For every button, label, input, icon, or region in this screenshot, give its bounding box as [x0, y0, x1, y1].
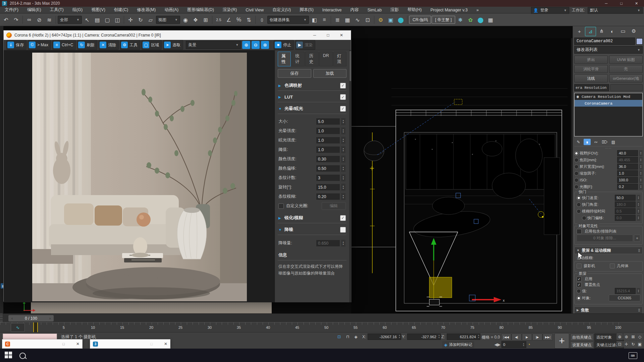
time-slider-handle[interactable]: ‹ 0 / 100 › [8, 315, 54, 321]
section-checkbox[interactable] [340, 227, 346, 233]
vfb-tool-button[interactable]: ⚙ 工具 [120, 40, 140, 50]
section-checkbox[interactable] [340, 106, 346, 112]
close-icon[interactable]: ✕ [164, 342, 167, 346]
named-selection-sets[interactable]: {} [257, 15, 267, 24]
zoom[interactable]: ⊕ [616, 334, 623, 340]
vfb-preset-dropdown[interactable]: 美景▼ [186, 41, 241, 49]
value-field[interactable]: 40.0 [617, 150, 638, 156]
menu-item[interactable]: SimLab [368, 8, 382, 12]
eye-icon[interactable]: ◉ [577, 94, 579, 99]
window-crossing[interactable]: ◫ [113, 15, 122, 24]
menu-item[interactable]: 动画(A) [164, 7, 178, 13]
z-coordinate-field[interactable]: 6221.824▲▼ [447, 334, 480, 340]
section-checkbox[interactable] [340, 83, 346, 88]
menu-item[interactable]: 组(G) [72, 7, 83, 13]
spinner[interactable]: ▲▼ [639, 184, 643, 190]
menu-item[interactable]: 修改器(M) [137, 7, 156, 13]
vfb-tool-button[interactable]: ↻ 刷新 [77, 40, 97, 50]
corona-tab[interactable]: DR [319, 52, 333, 66]
render-production[interactable]: ⬤ [396, 15, 406, 24]
value-field[interactable]: 0.0 [615, 215, 636, 221]
value-field[interactable]: 0.50 [316, 165, 340, 172]
fov[interactable]: ◇ [637, 334, 643, 340]
y-coordinate-field[interactable]: -327.962▲▼ [407, 334, 441, 340]
value-field[interactable]: 1.0 [316, 137, 340, 144]
configure-modifier-sets[interactable]: ▨ [610, 139, 617, 145]
value-field[interactable]: 0.2 [617, 184, 638, 190]
radio-button[interactable] [577, 202, 581, 207]
value-field[interactable]: 0.5 [615, 208, 636, 214]
denoise-amount-field[interactable]: 0.650 [316, 240, 340, 247]
caustics-rollout[interactable]: ▶ 焦散 ⣿ [574, 306, 643, 313]
track-bar-ruler[interactable]: 0510152025303540455055606570758085909510… [0, 322, 623, 333]
radio-button[interactable] [577, 196, 581, 200]
undo[interactable]: ↶ [1, 15, 11, 24]
corona-section-header[interactable]: ▼ 光晕/眩光 [278, 102, 346, 114]
app-minimize-button[interactable]: ─ [599, 0, 614, 7]
corona-tab[interactable]: 历史 [305, 52, 318, 66]
tab-hierarchy[interactable]: ⋔ [596, 27, 607, 36]
select-by-name[interactable]: ▤ [93, 15, 102, 24]
rollout-drag-handle[interactable]: ⋯⋯ [574, 147, 643, 149]
menu-item[interactable]: Interactive [322, 8, 342, 12]
add-time-tag-button[interactable]: ◈ 添加时间标记 [442, 341, 474, 348]
select-rotate[interactable]: ↻ [136, 15, 145, 24]
bind-to-spacewarp[interactable]: ≋ [45, 15, 54, 24]
snowflake-plugin[interactable]: ❄ [456, 15, 465, 24]
spinner[interactable]: ▲▼ [639, 157, 643, 163]
modifier-stack-row[interactable]: CoronaCamera [575, 100, 642, 107]
spinner[interactable]: ▲▼ [341, 155, 346, 163]
spinner[interactable]: ▲▼ [639, 177, 643, 183]
section-checkbox[interactable] [340, 215, 346, 221]
tab-display[interactable]: ▭ [618, 27, 628, 36]
exclude-list-button[interactable]: 0 对象 排除... [577, 235, 633, 242]
rect-region[interactable]: ▢ [103, 15, 112, 24]
vfb-stop-button[interactable]: ■ 停止 [274, 40, 294, 50]
vfb-zoom-out-button[interactable]: ⊖ [252, 41, 260, 49]
spinner[interactable]: ▲▼ [341, 127, 346, 135]
spinner[interactable]: ▲▼ [637, 201, 640, 207]
corona-section-header[interactable]: ▶ 锐化/模糊 [278, 212, 346, 223]
tab-motion[interactable]: ◐ [607, 27, 618, 36]
quick-modifier-button[interactable]: orGenerator(地 [609, 74, 643, 82]
checkbox[interactable] [577, 263, 582, 268]
pan[interactable]: ✛ [623, 341, 630, 347]
value-field[interactable]: 15.0 [316, 184, 340, 191]
select-link[interactable]: ∞ [24, 15, 34, 24]
pin-stack[interactable]: ✎ [575, 139, 582, 145]
value-field[interactable]: 1.0 [316, 146, 340, 153]
menu-item[interactable]: 脚本(S) [300, 7, 314, 13]
auto-key-button[interactable]: 自动关键点 [570, 334, 594, 341]
corona-load-button[interactable]: 加载 [313, 69, 347, 78]
spinner[interactable]: ▲▼ [341, 146, 346, 154]
menu-item[interactable]: Project Manager v.3 [430, 8, 468, 12]
redo[interactable]: ↷ [11, 15, 21, 24]
prev-frame-arrow[interactable]: ‹ [8, 316, 16, 321]
radio-button[interactable] [574, 151, 579, 156]
select-scale[interactable]: ▱ [146, 15, 155, 24]
camera-resolution-script-field[interactable]: era Resolution 1 [574, 84, 609, 91]
spinner[interactable]: ▲▼ [341, 193, 346, 200]
spinner[interactable]: ▲▼ [341, 118, 346, 125]
menu-item[interactable]: 创建(C) [114, 7, 128, 13]
spinner[interactable]: ▲▼ [341, 174, 346, 182]
wireframe-viewport[interactable]: x [351, 38, 573, 313]
spinner[interactable]: ▲▼ [637, 208, 640, 214]
menu-item[interactable]: 工具(T) [50, 7, 64, 13]
aperture-edit-button[interactable]: 编辑 [322, 202, 346, 210]
vfb-maximize-button[interactable]: □ [321, 31, 335, 40]
vfb-zoom-reset-button[interactable]: ⊗ [261, 41, 269, 49]
prev-frame[interactable]: ◀| [512, 334, 522, 341]
play[interactable]: ▶ [522, 334, 532, 341]
mini-curve-editor-button[interactable]: ∿ [11, 323, 25, 332]
spinner[interactable]: ▲▼ [637, 195, 640, 201]
timeline-playhead[interactable] [33, 322, 38, 332]
menu-item[interactable]: 渲染(R) [223, 7, 237, 13]
menu-overflow-chevron[interactable]: » [476, 8, 479, 12]
frame-step-arrows[interactable]: ◀▶ [494, 341, 501, 348]
quick-modifier-button[interactable]: 壳 [609, 65, 643, 73]
menu-item[interactable]: 图形编辑器(D) [187, 7, 214, 13]
use-pivot-center[interactable]: ◉ [181, 15, 190, 24]
set-keys-button[interactable]: + [554, 333, 569, 349]
spinner[interactable]: ▲▼ [639, 164, 643, 170]
